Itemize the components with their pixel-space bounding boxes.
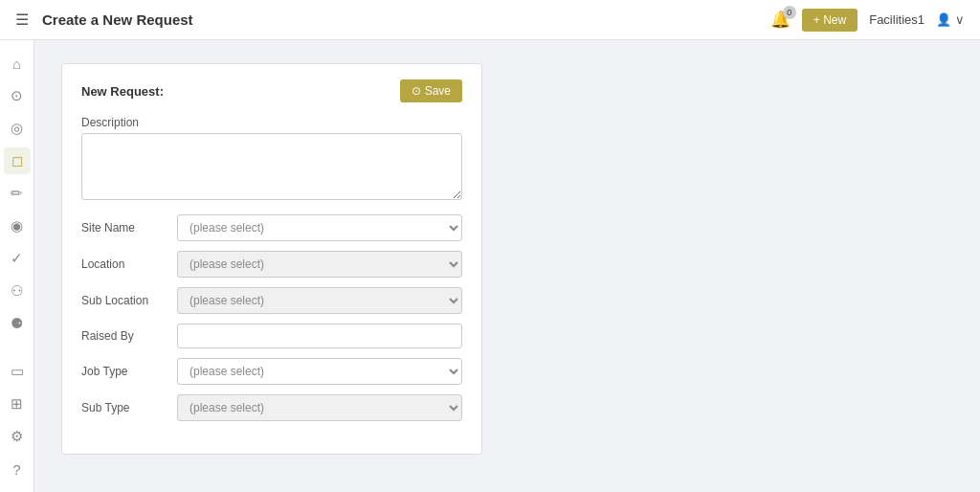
sidebar-item-edit[interactable]: ✏ <box>4 180 31 207</box>
sidebar-item-briefcase[interactable]: ▭ <box>4 358 31 385</box>
header: ☰ Create a New Request 🔔 0 + New Facilit… <box>0 0 980 40</box>
sub-type-select[interactable]: (please select) <box>177 394 462 421</box>
header-right: 🔔 0 + New Facilities1 👤 ∨ <box>770 9 965 32</box>
sidebar: ⌂ ⊙ ◎ ◻ ✏ ◉ ✓ ⚇ ⚈ ▭ ⊞ ⚙ ? <box>0 40 34 492</box>
sidebar-item-user-group[interactable]: ⚈ <box>4 310 31 337</box>
menu-icon[interactable]: ☰ <box>15 11 29 29</box>
sidebar-item-group[interactable]: ⚇ <box>4 278 31 304</box>
new-button[interactable]: + New <box>802 9 858 32</box>
form-card-title: New Request: <box>81 84 164 99</box>
sidebar-item-location[interactable]: ◉ <box>4 212 31 239</box>
sidebar-item-notifications[interactable]: ◻ <box>4 147 31 174</box>
site-name-label: Site Name <box>81 221 177 235</box>
form-card-header: New Request: ⊙ Save <box>81 79 462 102</box>
sub-location-row: Sub Location (please select) <box>81 287 462 314</box>
sidebar-item-check[interactable]: ✓ <box>4 245 31 272</box>
raised-by-row: Raised By <box>81 324 462 348</box>
user-menu[interactable]: 👤 ∨ <box>936 12 965 27</box>
sidebar-item-settings[interactable]: ⚙ <box>4 423 31 450</box>
layout: ⌂ ⊙ ◎ ◻ ✏ ◉ ✓ ⚇ ⚈ ▭ ⊞ ⚙ ? New Request: ⊙… <box>0 40 980 492</box>
job-type-select[interactable]: (please select) <box>177 358 462 385</box>
sidebar-item-help[interactable]: ? <box>4 456 31 482</box>
facilities-label[interactable]: Facilities1 <box>869 12 924 27</box>
user-chevron: ∨ <box>955 12 965 27</box>
save-button[interactable]: ⊙ Save <box>400 79 462 102</box>
sidebar-item-home[interactable]: ⌂ <box>4 50 31 77</box>
sub-location-select[interactable]: (please select) <box>177 287 462 314</box>
sub-type-row: Sub Type (please select) <box>81 394 462 421</box>
bell-icon[interactable]: 🔔 0 <box>770 10 791 30</box>
site-name-select[interactable]: (please select) <box>177 214 462 241</box>
sub-type-label: Sub Type <box>81 401 177 414</box>
sidebar-item-search[interactable]: ⊙ <box>4 82 31 109</box>
raised-by-label: Raised By <box>81 329 177 343</box>
description-group: Description <box>81 116 462 203</box>
page-title: Create a New Request <box>42 11 770 28</box>
location-select[interactable]: (please select) <box>177 251 462 278</box>
description-label: Description <box>81 116 462 129</box>
main-content: New Request: ⊙ Save Description Site Nam… <box>34 40 980 492</box>
job-type-label: Job Type <box>81 365 177 378</box>
user-icon: 👤 <box>936 12 951 27</box>
sidebar-item-stack[interactable]: ⊞ <box>4 391 31 417</box>
sub-location-label: Sub Location <box>81 294 177 307</box>
bell-badge: 0 <box>783 6 796 19</box>
sidebar-item-chat[interactable]: ◎ <box>4 115 31 142</box>
description-textarea[interactable] <box>81 133 462 200</box>
raised-by-input[interactable] <box>177 324 462 348</box>
form-card: New Request: ⊙ Save Description Site Nam… <box>61 63 482 455</box>
job-type-row: Job Type (please select) <box>81 358 462 385</box>
site-name-row: Site Name (please select) <box>81 214 462 241</box>
location-label: Location <box>81 257 177 271</box>
location-row: Location (please select) <box>81 251 462 278</box>
